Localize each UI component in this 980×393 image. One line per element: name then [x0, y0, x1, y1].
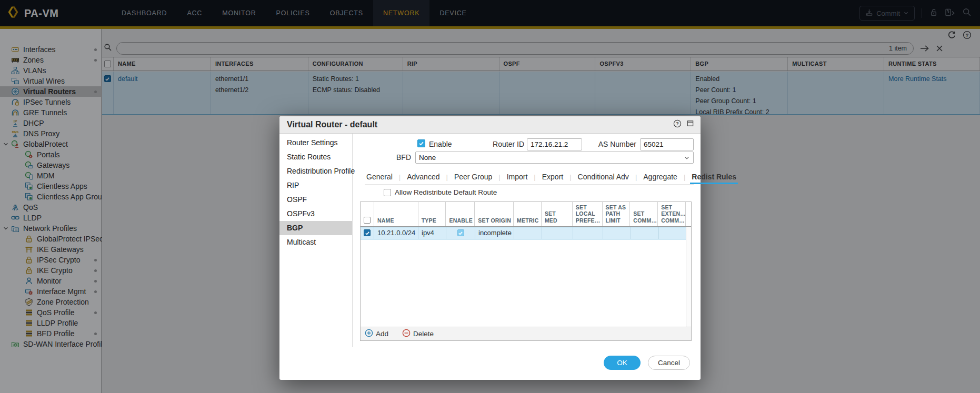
tab-separator: | — [494, 173, 505, 184]
redist-column-set-origin[interactable]: SET ORIGIN — [475, 202, 514, 226]
redist-select-all-checkbox[interactable] — [364, 217, 371, 224]
redist-column-name[interactable]: NAME — [374, 202, 418, 226]
add-icon — [365, 329, 373, 339]
tab-export[interactable]: Export — [541, 173, 565, 184]
allow-redistribute-label: Allow Redistribute Default Route — [395, 188, 497, 196]
redist-cell-set — [659, 227, 687, 239]
dialog-help-icon[interactable]: ? — [673, 119, 682, 130]
add-button[interactable]: Add — [365, 329, 388, 339]
tab-general[interactable]: General — [365, 173, 394, 184]
redist-cell-metric — [514, 227, 542, 239]
redist-enable-checkbox[interactable] — [457, 229, 464, 236]
tab-peer-group[interactable]: Peer Group — [453, 173, 494, 184]
redist-rule-row[interactable]: 10.21.0.0/24ipv4incomplete — [361, 227, 691, 239]
dialog-body: Router SettingsStatic RoutesRedistributi… — [279, 134, 701, 347]
dialog-nav-bgp[interactable]: BGP — [279, 221, 352, 235]
enable-label: Enable — [429, 140, 452, 148]
add-label: Add — [376, 330, 388, 338]
dialog-footer: OK Cancel — [279, 347, 701, 380]
pa-vm-network-page: PA-VM DASHBOARDACCMONITORPOLICIESOBJECTS… — [0, 0, 980, 393]
header-scroll-spacer — [686, 202, 691, 226]
delete-icon — [402, 329, 411, 339]
redist-cell-checkbox — [361, 227, 374, 239]
delete-button[interactable]: Delete — [402, 329, 434, 339]
bfd-selected-value: None — [419, 154, 436, 162]
redist-rules-table: NAMETYPEENABLESET ORIGINMETRICSET MEDSET… — [360, 201, 692, 341]
tab-conditional-adv[interactable]: Conditional Adv — [576, 173, 631, 184]
redist-cell-set-as — [603, 227, 631, 239]
redist-cell-set — [573, 227, 603, 239]
bfd-label: BFD — [353, 153, 411, 162]
redist-column-metric[interactable]: METRIC — [514, 202, 542, 226]
tab-import[interactable]: Import — [505, 173, 529, 184]
svg-text:?: ? — [676, 121, 679, 126]
dialog-nav-ospf[interactable]: OSPF — [279, 193, 352, 207]
dialog-window-icon[interactable] — [686, 119, 694, 130]
dialog-header: Virtual Router - default ? — [279, 116, 701, 134]
redist-column-type[interactable]: TYPE — [418, 202, 446, 226]
tab-separator: | — [631, 173, 642, 184]
redist-column-set[interactable]: SET EXTEN… COMM… — [658, 202, 686, 226]
as-number-label: AS Number — [579, 140, 636, 148]
allow-redistribute-checkbox[interactable] — [384, 189, 391, 196]
redist-cell-set-origin: incomplete — [475, 227, 514, 239]
chevron-down-icon — [684, 155, 690, 161]
redist-column-enable[interactable]: ENABLE — [446, 202, 475, 226]
enable-checkbox[interactable] — [417, 139, 425, 147]
redist-rules-table-header: NAMETYPEENABLESET ORIGINMETRICSET MEDSET… — [361, 202, 691, 227]
redist-cell-name: 10.21.0.0/24 — [374, 227, 418, 239]
dialog-nav-router-settings[interactable]: Router Settings — [279, 136, 352, 150]
dialog-main: Enable Router ID AS Number BFD None Gene… — [353, 134, 701, 347]
bfd-select[interactable]: None — [415, 152, 694, 164]
tab-separator: | — [565, 173, 576, 184]
dialog-nav-redistribution-profile[interactable]: Redistribution Profile — [279, 164, 352, 178]
redist-column-set-as[interactable]: SET AS PATH LIMIT — [603, 202, 631, 226]
ok-button[interactable]: OK — [604, 356, 641, 370]
redist-cell-set — [542, 227, 573, 239]
dialog-nav-rip[interactable]: RIP — [279, 178, 352, 193]
tab-aggregate[interactable]: Aggregate — [642, 173, 679, 184]
tab-separator: | — [394, 173, 405, 184]
as-number-field[interactable] — [640, 138, 694, 150]
delete-label: Delete — [413, 330, 434, 338]
tab-separator: | — [529, 173, 540, 184]
tab-redist-rules[interactable]: Redist Rules — [690, 173, 738, 184]
dialog-nav: Router SettingsStatic RoutesRedistributi… — [279, 134, 353, 347]
tab-separator: | — [679, 173, 690, 184]
redist-cell-enable — [446, 227, 475, 239]
tab-advanced[interactable]: Advanced — [405, 173, 441, 184]
dialog-title: Virtual Router - default — [279, 120, 377, 129]
redist-column-set[interactable]: SET LOCAL PREFE… — [573, 202, 603, 226]
router-id-field[interactable] — [527, 138, 582, 150]
tab-separator: | — [441, 173, 452, 184]
dialog-nav-static-routes[interactable]: Static Routes — [279, 150, 352, 164]
bgp-tabs: General|Advanced|Peer Group|Import|Expor… — [365, 169, 694, 185]
cancel-button[interactable]: Cancel — [648, 356, 690, 370]
dialog-nav-multicast[interactable]: Multicast — [279, 235, 352, 249]
allow-redistribute-row: Allow Redistribute Default Route — [384, 188, 497, 196]
virtual-router-dialog: Virtual Router - default ? Router Settin… — [279, 116, 701, 380]
table-footer-actions: Add Delete — [361, 327, 691, 340]
table-scrollbar-track[interactable] — [686, 227, 691, 327]
redist-cell-type: ipv4 — [418, 227, 446, 239]
redist-select-all-cell — [361, 202, 374, 226]
redist-column-set[interactable]: SET MED — [542, 202, 573, 226]
redist-row-checkbox[interactable] — [364, 229, 371, 236]
redist-cell-set — [631, 227, 659, 239]
redist-column-set[interactable]: SET COMM… — [630, 202, 658, 226]
dialog-nav-ospfv3[interactable]: OSPFv3 — [279, 207, 352, 221]
router-id-label: Router ID — [464, 140, 524, 148]
